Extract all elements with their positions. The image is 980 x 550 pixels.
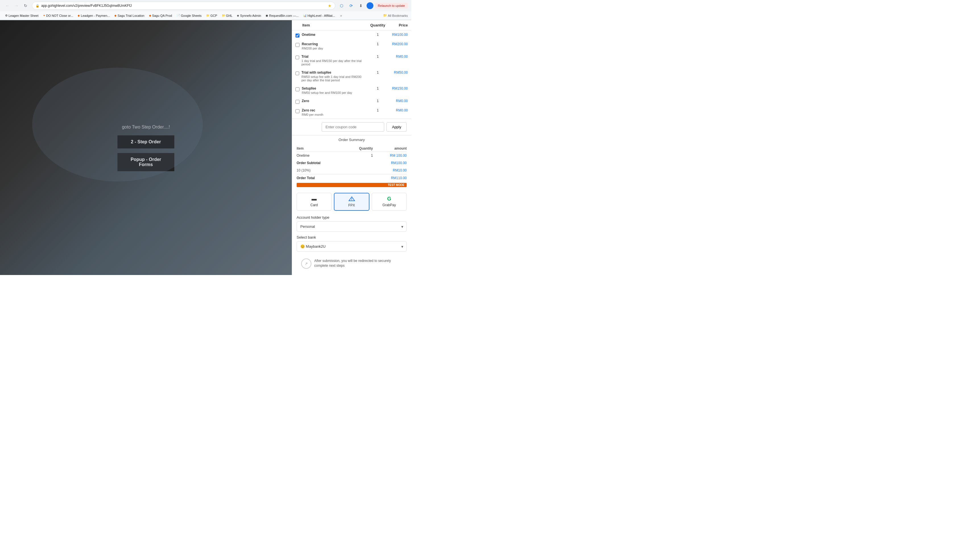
table-row: Trial 1 day trial and RM150 per day afte…	[292, 52, 411, 68]
all-bookmarks[interactable]: 📁 All Bookmarks	[383, 14, 408, 17]
bookmark-donotclose[interactable]: ✦ DO NOT Close or...	[41, 13, 75, 18]
recurring-checkbox[interactable]	[296, 43, 299, 47]
redirect-notice: ↗ After submission, you will be redirect…	[297, 255, 407, 272]
quantity-cell: 1	[367, 68, 389, 84]
bookmark-icon-2: ✦	[43, 14, 45, 17]
item-cell: Setupfee RM50 setup fee and RM100 per da…	[292, 84, 367, 97]
summary-qty-header: Quantity	[345, 145, 373, 152]
left-panel: goto Two Step Order....! 2 - Step Order …	[0, 20, 292, 275]
item-cell: Zero	[292, 97, 367, 106]
url-text: app.gohighlevel.com/v2/preview/FvBFK1J5G…	[41, 4, 326, 8]
subtotal-value: RM100.00	[373, 159, 407, 167]
item-cell: Onetime	[292, 30, 367, 40]
bookmark-label-10: RequestBin.com —...	[269, 14, 299, 17]
item-name: Zero rec	[302, 108, 323, 112]
item-name: Trial	[301, 55, 363, 59]
zero-rec-checkbox[interactable]	[296, 109, 299, 113]
redirect-text: After submission, you will be redirected…	[314, 259, 402, 268]
forward-button[interactable]: →	[13, 2, 21, 10]
bookmark-icon-7: 📁	[206, 14, 210, 17]
bookmark-label-3: Leadgen - Paymen...	[81, 14, 110, 17]
card-payment-button[interactable]: ▬ Card	[297, 193, 332, 211]
item-cell: Recurring RM200 per day	[292, 40, 367, 52]
price-cell: RM0.00	[389, 97, 411, 106]
refresh-button[interactable]: ↻	[22, 2, 30, 10]
bookmark-sheets[interactable]: 📄 Google Sheets	[175, 13, 203, 18]
bookmark-gcp[interactable]: 📁 GCP	[204, 13, 219, 18]
bookmark-label-2: DO NOT Close or...	[46, 14, 73, 17]
card-label: Card	[310, 203, 318, 207]
bookmarks-bar: ⚙ Leagen Master Sheet ✦ DO NOT Close or.…	[0, 11, 411, 20]
bookmark-label: Leagen Master Sheet	[8, 14, 38, 17]
tax-label: 10 (10%)	[297, 167, 345, 174]
setupfee-checkbox[interactable]	[296, 87, 299, 91]
subtotal-row: Order Subtotal RM100.00	[297, 159, 407, 167]
quantity-cell: 1	[367, 84, 389, 97]
zero-checkbox[interactable]	[296, 100, 299, 104]
price-cell: RM50.00	[389, 68, 411, 84]
bookmark-leagen[interactable]: ⚙ Leagen Master Sheet	[3, 13, 40, 18]
address-bar[interactable]: 🔒 app.gohighlevel.com/v2/preview/FvBFK1J…	[32, 2, 335, 10]
downloads-button[interactable]: ⬇	[357, 2, 365, 10]
table-row: Recurring RM200 per day 1 RM200.00	[292, 40, 411, 52]
main-layout: goto Two Step Order....! 2 - Step Order …	[0, 20, 411, 275]
quantity-cell: 1	[367, 97, 389, 106]
item-cell: Trial with setupfee RM50 setup fee with …	[292, 68, 367, 84]
grabpay-payment-button[interactable]: G GrabPay	[372, 193, 407, 211]
coupon-input[interactable]	[321, 122, 384, 132]
bookmark-synnefo[interactable]: ◈ Synnefo Admin	[235, 13, 263, 18]
bookmark-sagu-qa[interactable]: ◆ Sagu QA Prod	[147, 13, 174, 18]
profile-avatar[interactable]	[367, 2, 374, 9]
browser-toolbar: ← → ↻ 🔒 app.gohighlevel.com/v2/preview/F…	[0, 0, 411, 11]
trial-checkbox[interactable]	[296, 56, 299, 59]
item-name: Setupfee	[302, 86, 352, 91]
onetime-checkbox[interactable]	[296, 33, 299, 38]
fpx-label: FPX	[348, 203, 355, 207]
item-name: Trial with setupfee	[301, 70, 363, 75]
bookmark-icon-4: ◆	[115, 14, 116, 17]
bookmark-requestbin[interactable]: ◉ RequestBin.com —...	[264, 13, 300, 18]
price-cell: RM100.00	[389, 30, 411, 40]
items-section: Item Quantity Price Onetime	[292, 20, 411, 119]
order-summary-title: Order Summary	[297, 138, 407, 142]
item-header: Item	[292, 20, 367, 30]
item-cell: Zero rec RM0 per month	[292, 106, 367, 119]
bookmark-sagu-trial[interactable]: ◆ Sagu Trial Location	[113, 13, 146, 18]
extensions-button[interactable]: ⬡	[337, 2, 345, 10]
bookmark-label-4: Sagu Trial Location	[118, 14, 144, 17]
total-value: RM110.00	[373, 174, 407, 182]
fpx-payment-button[interactable]: FPX	[334, 193, 369, 211]
bookmark-label-8: GHL	[226, 14, 232, 17]
summary-amount-header: amount	[373, 145, 407, 152]
fpx-icon	[348, 196, 355, 202]
bank-select[interactable]: 😊 Maybank2U CIMB Clicks Public Bank RHB …	[297, 241, 407, 252]
price-cell: RM200.00	[389, 40, 411, 52]
account-holder-select-wrapper: Personal Business	[297, 221, 407, 232]
items-table: Item Quantity Price Onetime	[292, 20, 411, 119]
bookmark-leadgen[interactable]: ◆ Leadgen - Paymen...	[76, 13, 111, 18]
price-cell: RM0.00	[389, 52, 411, 68]
account-holder-select[interactable]: Personal Business	[297, 221, 407, 232]
star-icon: ★	[328, 3, 332, 8]
select-bank-field: Select bank 😊 Maybank2U CIMB Clicks Publ…	[297, 235, 407, 252]
back-button[interactable]: ←	[3, 2, 11, 10]
tax-value: RM10.00	[373, 167, 407, 174]
bookmarks-more[interactable]: »	[339, 13, 343, 18]
sync-button[interactable]: ⟳	[347, 2, 355, 10]
total-row: Order Total RM110.00	[297, 174, 407, 182]
bookmark-icon-8: 📁	[222, 14, 225, 17]
bookmark-label-7: GCP	[210, 14, 217, 17]
bookmark-icon-5: ◆	[149, 14, 151, 17]
item-name: Onetime	[302, 33, 315, 37]
trial-setupfee-checkbox[interactable]	[296, 72, 299, 75]
browser-chrome: ← → ↻ 🔒 app.gohighlevel.com/v2/preview/F…	[0, 0, 411, 20]
bookmark-ghl[interactable]: 📁 GHL	[220, 13, 234, 18]
account-holder-field: Account holder type Personal Business	[297, 215, 407, 232]
bookmark-label-6: Google Sheets	[181, 14, 202, 17]
apply-button[interactable]: Apply	[387, 122, 407, 132]
bookmark-label-9: Synnefo Admin	[240, 14, 261, 17]
table-row: Setupfee RM50 setup fee and RM100 per da…	[292, 84, 411, 97]
relaunch-button[interactable]: Relaunch to update	[375, 3, 408, 8]
bookmark-label-5: Sagu QA Prod	[152, 14, 172, 17]
bookmark-highlevel[interactable]: 📊 HighLevel - Affiliat...	[301, 13, 337, 18]
